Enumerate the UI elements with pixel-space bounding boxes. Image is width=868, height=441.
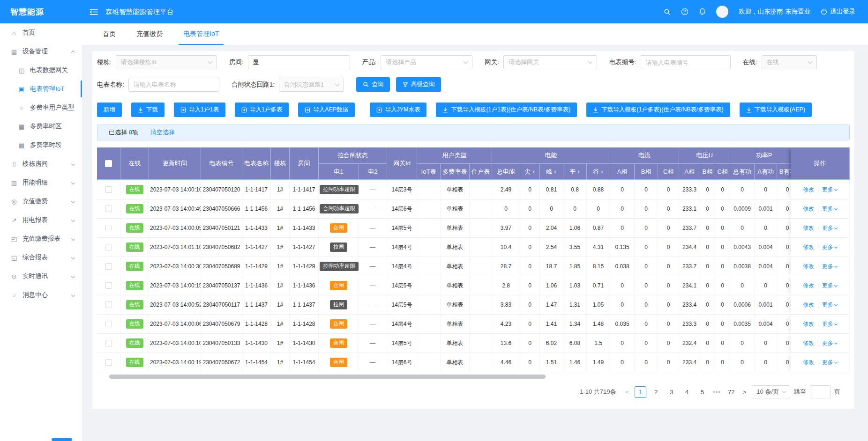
- sidebar-item[interactable]: ▤设备管理: [0, 42, 82, 61]
- pagination-page-2[interactable]: 2: [650, 386, 662, 398]
- avatar[interactable]: [716, 6, 728, 18]
- more-link[interactable]: 更多: [822, 263, 837, 270]
- sort-icons[interactable]: ▲▼: [554, 170, 556, 174]
- voltage-cell: 0: [715, 219, 730, 238]
- sidebar-item[interactable]: ◰充值缴费报表: [0, 229, 82, 248]
- filter-input[interactable]: [128, 78, 219, 92]
- more-link[interactable]: 更多: [822, 359, 837, 366]
- edit-link[interactable]: 修改: [803, 340, 814, 346]
- filter-input[interactable]: [641, 55, 731, 69]
- more-link[interactable]: 更多: [822, 186, 837, 193]
- bell-icon[interactable]: [699, 8, 706, 15]
- resident-cell: [470, 199, 492, 219]
- filter-select[interactable]: 请选择网关: [503, 55, 597, 69]
- circuit2-status: —: [370, 282, 376, 289]
- sidebar-item[interactable]: ⌂首页: [0, 23, 82, 42]
- sidebar-item[interactable]: ▦多费率时区: [0, 117, 82, 136]
- sort-icons[interactable]: ▲▼: [532, 170, 535, 174]
- sidebar-item[interactable]: ○消息中心: [0, 286, 82, 304]
- pagination-page-3[interactable]: 3: [666, 386, 677, 398]
- sort-icons[interactable]: ▲▼: [577, 170, 580, 174]
- row-checkbox[interactable]: [105, 225, 112, 231]
- filter-select[interactable]: 请选择楼栋Id: [116, 55, 217, 69]
- jump-page-input[interactable]: [810, 385, 831, 398]
- search-icon[interactable]: [664, 8, 671, 15]
- column-header[interactable]: 平▲▼: [563, 164, 587, 180]
- row-checkbox[interactable]: [105, 244, 112, 250]
- sidebar-item[interactable]: ⊙实时通讯: [0, 267, 82, 286]
- sidebar-scrollbar-thumb[interactable]: [52, 438, 72, 441]
- page-size-select[interactable]: 10 条/页: [752, 385, 790, 398]
- pagination-page-1[interactable]: 1: [635, 386, 646, 398]
- clear-selection-link[interactable]: 清空选择: [150, 128, 175, 137]
- toolbar-button[interactable]: 下载: [131, 103, 165, 117]
- sort-icons[interactable]: ▲▼: [600, 170, 603, 174]
- filter-select[interactable]: 合闸状态回路1: [279, 78, 344, 92]
- more-link[interactable]: 更多: [822, 244, 837, 250]
- more-link[interactable]: 更多: [822, 301, 837, 308]
- tab-item[interactable]: 充值缴费: [132, 23, 167, 45]
- edit-link[interactable]: 修改: [803, 301, 814, 308]
- toolbar-button[interactable]: 下载导入模板(AEP): [740, 103, 812, 117]
- sidebar-item[interactable]: ▥用能明细: [0, 173, 82, 192]
- tab-item[interactable]: 首页: [98, 23, 120, 45]
- column-header[interactable]: 谷▲▼: [587, 164, 610, 180]
- row-checkbox[interactable]: [105, 321, 112, 327]
- sidebar-item[interactable]: ▯楼栋房间: [0, 154, 82, 173]
- row-checkbox[interactable]: [105, 186, 112, 193]
- edit-link[interactable]: 修改: [803, 225, 814, 231]
- pagination-page-72[interactable]: 72: [726, 386, 737, 398]
- sidebar-item[interactable]: ◱综合报表: [0, 248, 82, 267]
- edit-link[interactable]: 修改: [803, 263, 814, 270]
- search-button[interactable]: 查询: [356, 77, 390, 92]
- row-checkbox[interactable]: [105, 263, 112, 270]
- column-header[interactable]: 峰▲▼: [540, 164, 563, 180]
- toolbar-button[interactable]: 导入JYM水表: [370, 103, 427, 117]
- select-all-checkbox[interactable]: [105, 160, 112, 167]
- logout-button[interactable]: 退出登录: [821, 7, 855, 16]
- edit-link[interactable]: 修改: [803, 359, 814, 366]
- more-link[interactable]: 更多: [822, 282, 837, 289]
- filter-select[interactable]: 在线: [762, 55, 817, 69]
- row-checkbox[interactable]: [105, 282, 112, 289]
- edit-link[interactable]: 修改: [803, 206, 814, 212]
- toolbar-button[interactable]: 下载导入模板(1户多表)(住户表/NB表/多费率表): [586, 103, 730, 117]
- sidebar-item[interactable]: ◫电表数据网关: [0, 61, 82, 80]
- toolbar-button[interactable]: 新增: [97, 103, 122, 117]
- row-checkbox[interactable]: [105, 301, 112, 308]
- edit-link[interactable]: 修改: [803, 282, 814, 289]
- horizontal-scrollbar-thumb[interactable]: [109, 375, 546, 379]
- more-link[interactable]: 更多: [822, 206, 837, 212]
- sidebar-item[interactable]: ≡多费率用户类型: [0, 98, 82, 117]
- edit-link[interactable]: 修改: [803, 321, 814, 327]
- toolbar-button[interactable]: 下载导入模板(1户1表)(住户表/NB表/多费率表): [436, 103, 577, 117]
- menu-collapse-icon[interactable]: [90, 8, 98, 15]
- sidebar-item-label: 消息中心: [22, 291, 48, 299]
- sidebar-item[interactable]: ▩多费率时段: [0, 136, 82, 154]
- help-icon[interactable]: [681, 8, 688, 15]
- more-link[interactable]: 更多: [822, 225, 837, 231]
- toolbar-button[interactable]: 导入AEP数据: [298, 103, 355, 117]
- pagination-next-button[interactable]: >: [741, 389, 748, 396]
- filter-select[interactable]: 请选择产品: [381, 55, 472, 69]
- more-link[interactable]: 更多: [822, 340, 837, 346]
- tab-active[interactable]: 电表管理IoT: [179, 23, 224, 45]
- select-value: 请选择产品: [386, 58, 416, 66]
- edit-link[interactable]: 修改: [803, 244, 814, 250]
- advanced-search-button[interactable]: 高级查询: [396, 77, 441, 92]
- pagination-page-5[interactable]: 5: [696, 386, 708, 398]
- pagination-page-4[interactable]: 4: [681, 386, 693, 398]
- edit-link[interactable]: 修改: [803, 186, 814, 193]
- filter-input[interactable]: [248, 55, 350, 69]
- row-checkbox[interactable]: [105, 340, 112, 346]
- sidebar-item[interactable]: ▣电表管理IoT: [0, 80, 82, 98]
- row-checkbox[interactable]: [105, 206, 112, 212]
- sidebar-item[interactable]: ↗用电报表: [0, 211, 82, 229]
- column-header[interactable]: 尖▲▼: [520, 164, 540, 180]
- toolbar-button[interactable]: 导入1户1表: [174, 103, 225, 117]
- toolbar-button[interactable]: 导入1户多表: [235, 103, 289, 117]
- sidebar-item[interactable]: ◎充值缴费: [0, 192, 82, 211]
- more-link[interactable]: 更多: [822, 321, 837, 327]
- pagination-prev-button[interactable]: <: [623, 389, 631, 396]
- row-checkbox[interactable]: [105, 359, 112, 366]
